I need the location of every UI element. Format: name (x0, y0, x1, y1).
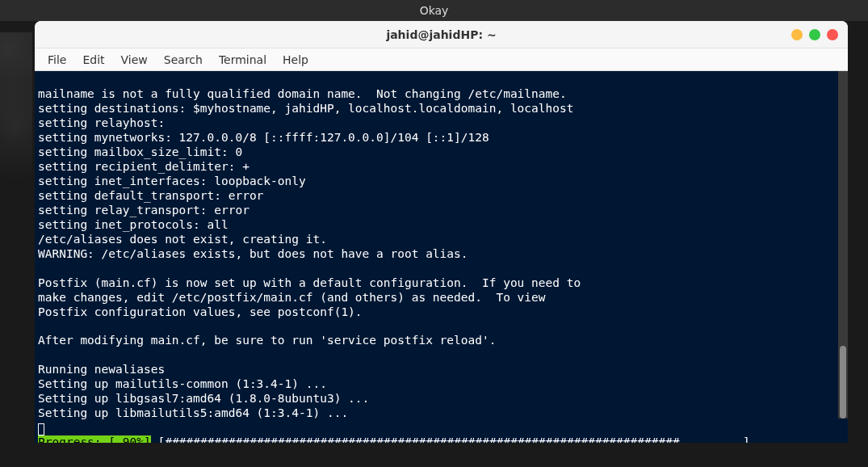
progress-bar: [#######################################… (151, 435, 757, 443)
terminal-line: setting relayhost: (38, 116, 165, 129)
minimize-button[interactable] (791, 29, 803, 40)
window-controls (791, 29, 838, 40)
terminal-line: setting default_transport: error (38, 189, 263, 202)
terminal-output[interactable]: mailname is not a fully qualified domain… (35, 71, 848, 443)
terminal-line: make changes, edit /etc/postfix/main.cf … (38, 291, 546, 304)
progress-label: Progress: [ 90%] (38, 435, 151, 443)
terminal-line: Running newaliases (38, 363, 165, 376)
top-panel-button[interactable]: Okay (420, 4, 449, 17)
terminal-line: setting inet_interfaces: loopback-only (38, 175, 306, 187)
desktop-top-panel: Okay (0, 0, 868, 21)
terminal-line: Postfix configuration values, see postco… (38, 305, 363, 318)
terminal-line: Setting up mailutils-common (1:3.4-1) ..… (38, 377, 327, 390)
terminal-line: setting mailbox_size_limit: 0 (38, 145, 242, 158)
terminal-line: After modifying main.cf, be sure to run … (38, 334, 496, 347)
terminal-line: Setting up libmailutils5:amd64 (1:3.4-1)… (38, 406, 348, 419)
menu-edit[interactable]: Edit (76, 51, 111, 69)
menu-search[interactable]: Search (157, 51, 209, 69)
titlebar[interactable]: jahid@jahidHP: ~ (35, 21, 848, 48)
menubar: File Edit View Search Terminal Help (35, 48, 848, 71)
terminal-line: mailname is not a fully qualified domain… (38, 87, 567, 100)
terminal-line: setting mynetworks: 127.0.0.0/8 [::ffff:… (38, 131, 489, 144)
window-title: jahid@jahidHP: ~ (386, 28, 496, 41)
cursor (38, 423, 44, 435)
menu-view[interactable]: View (115, 51, 154, 69)
menu-help[interactable]: Help (276, 51, 315, 69)
scrollbar[interactable] (838, 71, 848, 419)
terminal-line: setting recipient_delimiter: + (38, 160, 249, 173)
menu-terminal[interactable]: Terminal (212, 51, 273, 69)
maximize-button[interactable] (809, 29, 820, 40)
terminal-line: setting destinations: $myhostname, jahid… (38, 102, 573, 115)
terminal-line: WARNING: /etc/aliases exists, but does n… (38, 247, 468, 260)
terminal-window: jahid@jahidHP: ~ File Edit View Search T… (35, 21, 848, 443)
terminal-line: Setting up libgsasl7:amd64 (1.8.0-8ubunt… (38, 392, 369, 405)
terminal-line: setting relay_transport: error (38, 204, 249, 217)
menu-file[interactable]: File (41, 51, 73, 69)
close-button[interactable] (827, 29, 838, 40)
terminal-line: Postfix (main.cf) is now set up with a d… (38, 276, 581, 289)
terminal-line: /etc/aliases does not exist, creating it… (38, 233, 327, 246)
terminal-line: setting inet_protocols: all (38, 218, 229, 231)
scrollbar-thumb[interactable] (840, 346, 846, 419)
